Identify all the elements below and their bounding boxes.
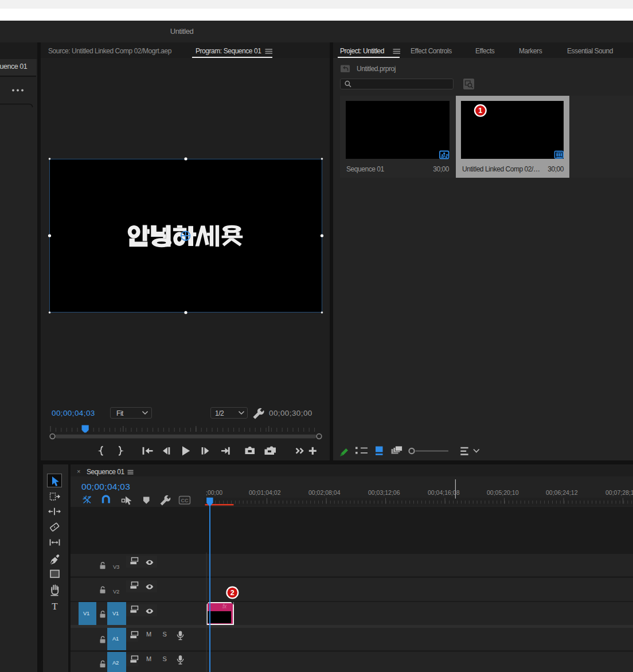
svg-text:T: T [52,601,58,612]
svg-text:1: 1 [478,107,482,115]
svg-text:2: 2 [230,589,235,597]
svg-text:CC: CC [181,498,189,503]
